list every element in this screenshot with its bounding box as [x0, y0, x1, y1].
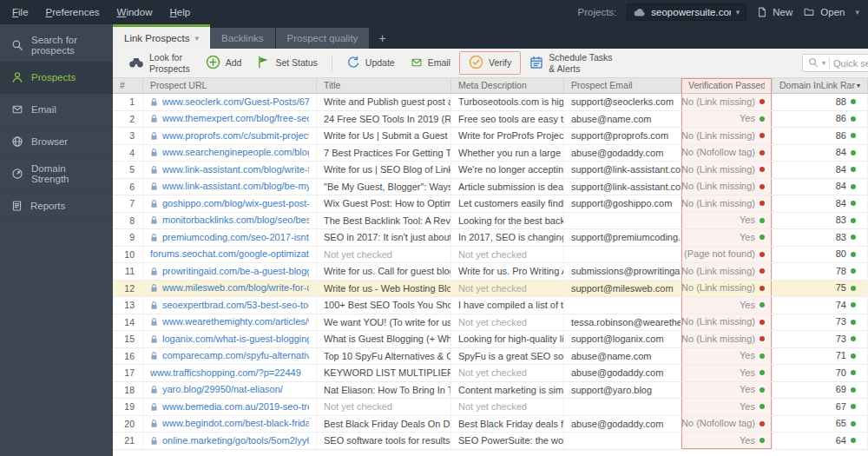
table-row[interactable]: 6 www.link-assistant.com/blog/be-my-gues… — [113, 179, 868, 196]
table-row[interactable]: 9 premiumcoding.com/seo-2017-isnt-just-k… — [113, 229, 868, 247]
prospect-url-link[interactable]: loganix.com/what-is-guest-blogging/ — [162, 331, 309, 347]
open-project-button[interactable]: Open — [803, 7, 845, 17]
table-row[interactable]: 11 prowritingaid.com/be-a-guest-blogger.… — [113, 263, 868, 281]
schedule-tasks-alerts-button[interactable]: Schedule Tasks & Alerts — [523, 50, 619, 76]
meta-description-cell: Write for ProProfs Project Man... — [451, 128, 564, 144]
new-project-button[interactable]: New — [757, 6, 792, 18]
menu-window[interactable]: Window — [108, 4, 161, 20]
sidebar-item-email[interactable]: Email — [0, 94, 113, 126]
prospect-url-link[interactable]: prowritingaid.com/be-a-guest-blogger.asp… — [162, 263, 309, 280]
sidebar-item-search-for-prospects[interactable]: Search for prospects — [0, 30, 113, 62]
table-row[interactable]: 12 www.milesweb.com/blog/write-for-us/ W… — [113, 281, 868, 298]
open-menu-chevron-icon[interactable]: ▾ — [855, 8, 859, 17]
table-row[interactable]: 7 goshippo.com/blog/wix-guest-post-how-t… — [113, 195, 868, 213]
column-header-title[interactable]: Title — [317, 78, 451, 93]
column-header-domain-inlink-rank-pro[interactable]: Domain InLink Rank (Pro...▾ — [773, 78, 868, 93]
verification-cell: Yes — [681, 348, 773, 365]
menu-preferences[interactable]: Preferences — [37, 4, 108, 20]
table-row[interactable]: 18 yaro.blog/29950/nat-eliason/ Nat Elia… — [113, 382, 868, 400]
tab-prospect-quality[interactable]: Prospect quality — [276, 28, 370, 49]
table-row[interactable]: 1 www.seoclerk.com/Guest-Posts/679792/Wr… — [113, 94, 868, 111]
prospect-url-link[interactable]: monitorbacklinks.com/blog/seo/best-backl… — [162, 213, 309, 229]
prospect-url-link[interactable]: goshippo.com/blog/wix-guest-post-how-to-… — [162, 195, 309, 212]
title-cell: The Best Backlink Tool: A Review of the.… — [317, 213, 451, 229]
prospect-url-link[interactable]: www.searchenginepeople.com/blog/16032-of… — [162, 145, 309, 162]
prospect-url-link[interactable]: yaro.blog/29950/nat-eliason/ — [162, 382, 283, 399]
quick-search-input[interactable]: ▾Quick search — [802, 54, 868, 72]
set-status-button[interactable]: Set Status — [250, 53, 324, 73]
update-button[interactable]: Update — [339, 53, 402, 74]
prospect-url-link[interactable]: www.link-assistant.com/blog/be-my-guest-… — [162, 179, 309, 195]
prospect-url-cell: prowritingaid.com/be-a-guest-blogger.asp… — [143, 263, 317, 280]
title-cell: Top 10 SpyFu Alternatives & Competito... — [317, 348, 451, 365]
column-header-prospect-email[interactable]: Prospect Email — [564, 78, 681, 93]
verify-button[interactable]: Verify — [459, 51, 521, 75]
binoculars-icon — [128, 56, 144, 70]
email-button[interactable]: Email — [404, 55, 457, 72]
sidebar-item-reports[interactable]: Reports — [0, 190, 113, 222]
prospect-url-link[interactable]: www.proprofs.com/c/submit-project-manage… — [162, 128, 309, 144]
prospect-url-link[interactable]: www.milesweb.com/blog/write-for-us/ — [162, 281, 309, 297]
table-row[interactable]: 19 www.bemedia.com.au/2019-seo-trends/ N… — [113, 399, 868, 416]
column-header-meta-description[interactable]: Meta Description — [451, 78, 564, 93]
column-header-verification-passed[interactable]: Verification Passed — [681, 78, 773, 93]
prospect-url-link[interactable]: www.seoclerk.com/Guest-Posts/679792/Writ… — [162, 94, 309, 110]
table-row[interactable]: 20 www.begindot.com/best-black-friday-de… — [113, 416, 868, 433]
sidebar-item-domain-strength[interactable]: Domain Strength — [0, 158, 113, 190]
sidebar-item-prospects[interactable]: Prospects — [0, 62, 113, 94]
row-number: 20 — [113, 416, 143, 433]
table-row[interactable]: 2 www.themexpert.com/blog/free-seo-tools… — [113, 111, 868, 129]
table-row[interactable]: 15 loganix.com/what-is-guest-blogging/ W… — [113, 331, 868, 348]
tab-link-prospects[interactable]: Link Prospects▾ — [113, 24, 210, 49]
verification-status-dot — [760, 99, 765, 104]
meta-description-cell: SpyFu is a great SEO softwar... — [451, 348, 564, 365]
inlink-rank-cell: 65 — [773, 416, 868, 433]
menu-file[interactable]: File — [3, 4, 37, 20]
prospect-url-link[interactable]: seoexpertbrad.com/53-best-seo-tools/ — [162, 297, 309, 314]
prospect-url-link[interactable]: online.marketing/go/tools/5om2lyy6k90r/ — [162, 433, 309, 449]
table-row[interactable]: 21 online.marketing/go/tools/5om2lyy6k90… — [113, 433, 868, 450]
tab-label: Prospect quality — [287, 33, 358, 43]
prospect-url-link[interactable]: comparecamp.com/spyfu-alternatives/ — [162, 348, 309, 365]
table-row[interactable]: 17 www.trafficshopping.com/?p=22449 KEYW… — [113, 365, 868, 382]
prospect-url-cell: goshippo.com/blog/wix-guest-post-how-to-… — [143, 195, 317, 212]
prospect-url-link[interactable]: www.trafficshopping.com/?p=22449 — [150, 365, 301, 381]
toolbar-button-label: Schedule Tasks & Alerts — [549, 52, 612, 73]
cloud-icon — [634, 8, 646, 17]
table-row[interactable]: 5 www.link-assistant.com/blog/write-for-… — [113, 162, 868, 179]
prospect-url-link[interactable]: www.bemedia.com.au/2019-seo-trends/ — [162, 399, 309, 415]
add-button[interactable]: Add — [199, 52, 249, 74]
lock-icon — [150, 385, 158, 394]
prospect-url-cell: yaro.blog/29950/nat-eliason/ — [143, 382, 317, 399]
prospect-url-link[interactable]: www.begindot.com/best-black-friday-deals… — [162, 416, 309, 433]
verification-cell: Yes — [681, 382, 773, 399]
meta-description-cell: Turboseotools.com is high-q... — [451, 94, 564, 110]
folder-icon — [803, 7, 815, 17]
table-row[interactable]: 8 monitorbacklinks.com/blog/seo/best-bac… — [113, 213, 868, 230]
column-header-[interactable]: # — [113, 78, 143, 93]
prospect-url-link[interactable]: premiumcoding.com/seo-2017-isnt-just-key… — [162, 229, 309, 246]
table-row[interactable]: 10 forums.seochat.com/google-optimizatio… — [113, 247, 868, 264]
meta-description-cell: Content marketing is simple ... — [451, 382, 564, 399]
table-row[interactable]: 4 www.searchenginepeople.com/blog/16032-… — [113, 145, 868, 162]
menu-help[interactable]: Help — [161, 4, 199, 20]
verification-status-dot — [760, 421, 765, 426]
prospect-url-link[interactable]: www.wearethemighty.com/articles/write-fo… — [162, 314, 309, 331]
prospect-url-cell: www.link-assistant.com/blog/write-for-us… — [143, 162, 317, 178]
sidebar-item-label: Email — [31, 104, 56, 115]
table-row[interactable]: 3 www.proprofs.com/c/submit-project-mana… — [113, 128, 868, 145]
table-row[interactable]: 13 seoexpertbrad.com/53-best-seo-tools/ … — [113, 297, 868, 314]
table-row[interactable]: 14 www.wearethemighty.com/articles/write… — [113, 314, 868, 332]
column-header-prospect-url[interactable]: Prospect URL — [143, 78, 317, 93]
tab-backlinks[interactable]: Backlinks — [210, 28, 275, 49]
prospect-url-link[interactable]: www.link-assistant.com/blog/write-for-us… — [162, 162, 309, 178]
look-for-prospects-button[interactable]: Look for Prospects — [122, 50, 197, 76]
sidebar-item-label: Prospects — [31, 72, 76, 83]
prospect-url-link[interactable]: www.themexpert.com/blog/free-seo-tools — [162, 111, 309, 128]
project-selector[interactable]: seopowersuite.com ▾ — [627, 3, 746, 21]
new-tab-button[interactable]: + — [370, 28, 394, 49]
prospect-url-link[interactable]: forums.seochat.com/google-optimization-7… — [150, 247, 309, 263]
title-cell: 24 Free SEO Tools In 2019 (Recomme... — [317, 111, 451, 128]
sidebar-item-browser[interactable]: Browser — [0, 126, 113, 158]
table-row[interactable]: 16 comparecamp.com/spyfu-alternatives/ T… — [113, 348, 868, 366]
